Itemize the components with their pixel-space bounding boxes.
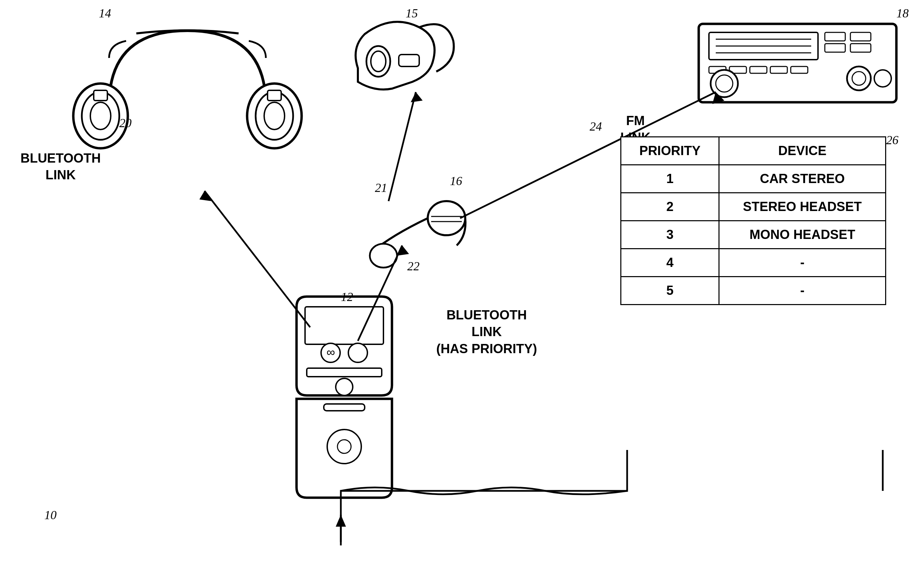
table-row: 3 MONO HEADSET: [621, 221, 886, 249]
svg-text:∞: ∞: [327, 345, 335, 359]
ref-21: 21: [375, 181, 387, 195]
car-stereo-drawing: [699, 24, 896, 102]
table-row: 1 CAR STEREO: [621, 165, 886, 193]
svg-point-26: [716, 75, 733, 92]
ref-16: 16: [450, 174, 462, 188]
earpiece-drawing: [355, 22, 454, 90]
svg-rect-7: [267, 90, 281, 101]
svg-point-9: [371, 51, 386, 72]
phone-drawing: ∞: [297, 297, 392, 498]
svg-rect-18: [825, 44, 845, 52]
svg-line-44: [205, 191, 310, 327]
svg-marker-47: [411, 92, 422, 102]
priority-5: 5: [621, 277, 719, 305]
svg-rect-6: [94, 90, 107, 101]
priority-1: 1: [621, 165, 719, 193]
table-row: 5 -: [621, 277, 886, 305]
svg-point-43: [337, 440, 351, 453]
priority-4: 4: [621, 249, 719, 277]
svg-rect-38: [307, 368, 382, 377]
ref-10: 10: [44, 508, 56, 522]
device-2: STEREO HEADSET: [719, 193, 886, 221]
device-1: CAR STEREO: [719, 165, 886, 193]
ref-22: 22: [407, 259, 419, 274]
ref-24: 24: [590, 119, 602, 134]
svg-rect-19: [850, 44, 871, 52]
device-5: -: [719, 277, 886, 305]
device-3: MONO HEADSET: [719, 221, 886, 249]
svg-line-46: [389, 92, 416, 201]
ref-12: 12: [341, 290, 353, 304]
table-header-priority: PRIORITY: [621, 137, 719, 165]
svg-point-30: [428, 201, 465, 235]
svg-rect-22: [750, 66, 767, 73]
ref-20: 20: [119, 116, 132, 130]
bluetooth-link-priority-label: BLUETOOTHLINK(HAS PRIORITY): [436, 307, 537, 357]
svg-point-2: [90, 102, 111, 130]
svg-marker-49: [397, 246, 409, 256]
ref-15: 15: [406, 6, 418, 20]
headphones-drawing: [73, 30, 302, 148]
svg-rect-23: [770, 66, 787, 73]
svg-point-39: [336, 378, 353, 396]
svg-point-5: [264, 102, 285, 130]
priority-2: 2: [621, 193, 719, 221]
svg-point-29: [874, 70, 891, 87]
diagram-container: ∞: [0, 0, 924, 587]
svg-rect-16: [825, 32, 845, 41]
device-4: -: [719, 249, 886, 277]
priority-table: PRIORITY DEVICE 1 CAR STEREO 2 STEREO HE…: [620, 136, 886, 305]
svg-rect-24: [791, 66, 808, 73]
ref-26: 26: [886, 133, 898, 147]
ref-18: 18: [896, 6, 909, 20]
svg-rect-10: [399, 54, 419, 66]
table-row: 2 STEREO HEADSET: [621, 193, 886, 221]
ref-14: 14: [99, 6, 111, 20]
table-header-device: DEVICE: [719, 137, 886, 165]
bluetooth-link-label: BLUETOOTHLINK: [20, 150, 101, 184]
fm-transmitter-drawing: [370, 201, 465, 267]
svg-point-28: [852, 72, 866, 85]
priority-3: 3: [621, 221, 719, 249]
svg-point-36: [348, 343, 368, 362]
svg-rect-41: [324, 404, 365, 411]
svg-rect-17: [850, 32, 871, 41]
table-row: 4 -: [621, 249, 886, 277]
